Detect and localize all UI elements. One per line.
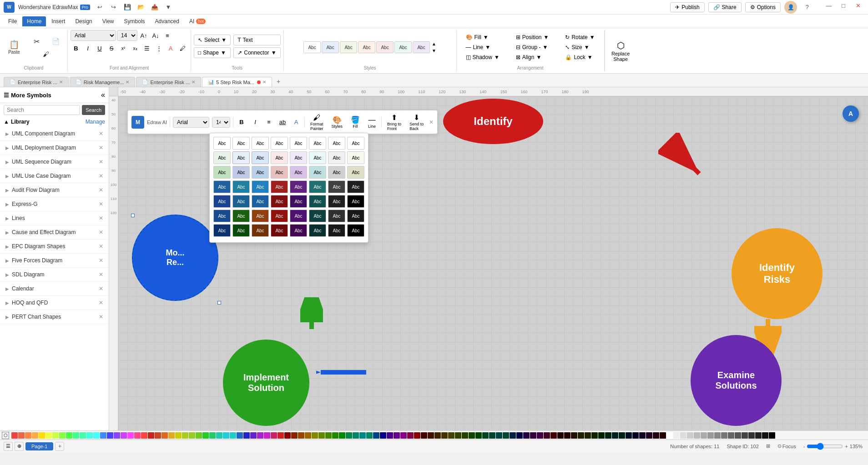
color-swatch[interactable] — [742, 432, 748, 439]
color-swatch[interactable] — [585, 432, 591, 439]
align-button[interactable]: ≡ — [162, 30, 173, 41]
paste-button[interactable]: 📋 Paste — [3, 39, 25, 56]
color-swatch[interactable] — [175, 432, 182, 439]
sg-cell-7-5[interactable]: Abc — [290, 224, 307, 237]
menu-home[interactable]: Home — [22, 16, 46, 26]
color-swatch[interactable] — [73, 432, 79, 439]
identify-shape[interactable]: Identify — [443, 99, 543, 144]
color-swatch[interactable] — [714, 432, 721, 439]
color-swatch[interactable] — [230, 432, 236, 439]
ft-fill[interactable]: 🪣 Fill — [348, 115, 363, 130]
color-swatch[interactable] — [407, 432, 414, 439]
font-increase-button[interactable]: A↑ — [138, 30, 149, 41]
color-swatch[interactable] — [161, 432, 168, 439]
sg-cell-2-5[interactable]: Abc — [290, 151, 307, 164]
sidebar-item-uml-deployment[interactable]: ▶ UML Deployment Diagram ✕ — [0, 141, 109, 155]
sg-cell-5-4[interactable]: Abc — [271, 195, 288, 208]
color-swatch[interactable] — [687, 432, 693, 439]
menu-design[interactable]: Design — [71, 16, 96, 26]
copy-button[interactable]: 📄 — [46, 35, 65, 48]
sg-cell-6-8[interactable]: Abc — [347, 210, 364, 222]
color-swatch[interactable] — [673, 432, 680, 439]
tab-close-2[interactable]: ✕ — [126, 80, 129, 85]
connector-tool-button[interactable]: ↗ Connector ▼ — [233, 47, 280, 58]
color-swatch[interactable] — [510, 432, 516, 439]
layers-button[interactable]: ⊕ — [15, 442, 24, 451]
color-swatch[interactable] — [291, 432, 298, 439]
zoom-out-button[interactable]: - — [803, 444, 805, 449]
ft-styles[interactable]: 🎨 Styles — [329, 115, 346, 130]
remove-epc[interactable]: ✕ — [99, 243, 103, 250]
color-swatch[interactable] — [400, 432, 407, 439]
indent-button[interactable]: ⋮ — [153, 43, 164, 54]
sg-cell-4-7[interactable]: Abc — [328, 180, 345, 193]
ft-underline-button[interactable]: ab — [277, 117, 288, 128]
color-swatch[interactable] — [707, 432, 714, 439]
color-swatch[interactable] — [216, 432, 222, 439]
tab-enterprise-risk-2[interactable]: 📄 Enterprise Risk ... ✕ — [136, 77, 201, 87]
sg-cell-4-2[interactable]: Abc — [232, 180, 250, 193]
font-size-select[interactable]: 14 — [117, 30, 137, 41]
sidebar-collapse-button[interactable]: « — [101, 91, 105, 99]
sg-cell-3-1[interactable]: Abc — [213, 166, 231, 179]
color-swatch[interactable] — [591, 432, 598, 439]
color-swatch[interactable] — [243, 432, 250, 439]
size-button[interactable]: ⤡ Size ▼ — [562, 43, 592, 51]
color-swatch[interactable] — [305, 432, 311, 439]
color-swatch[interactable] — [550, 432, 557, 439]
sg-cell-7-6[interactable]: Abc — [309, 224, 326, 237]
color-swatch[interactable] — [380, 432, 386, 439]
color-swatch[interactable] — [537, 432, 543, 439]
selection-handle-br[interactable] — [217, 301, 221, 305]
ft-font-select[interactable]: Arial — [173, 117, 209, 128]
color-swatch[interactable] — [469, 432, 475, 439]
text-highlight-button[interactable]: 🖊 — [177, 43, 188, 54]
ft-format-painter[interactable]: 🖌 FormatPainter — [308, 113, 326, 132]
color-swatch[interactable] — [373, 432, 379, 439]
italic-button[interactable]: I — [82, 43, 93, 54]
ft-italic-button[interactable]: I — [250, 117, 261, 128]
style-swatch-2[interactable]: Abc — [322, 41, 339, 53]
color-swatch[interactable] — [127, 432, 134, 439]
color-swatch[interactable] — [489, 432, 495, 439]
sg-cell-1-5[interactable]: Abc — [290, 137, 307, 150]
ft-bring-to-front[interactable]: ⬆ Bring toFront — [384, 112, 404, 132]
color-swatch[interactable] — [653, 432, 659, 439]
style-swatch-5[interactable]: Abc — [376, 41, 394, 53]
sidebar-item-cause-effect[interactable]: ▶ Cause and Effect Diagram ✕ — [0, 225, 109, 240]
remove-calendar[interactable]: ✕ — [99, 285, 103, 292]
color-swatch[interactable] — [441, 432, 448, 439]
user-avatar[interactable]: 👤 — [784, 1, 797, 14]
menu-advanced[interactable]: Advanced — [151, 16, 184, 26]
superscript-button[interactable]: x² — [118, 43, 129, 54]
remove-pert[interactable]: ✕ — [99, 314, 103, 320]
color-swatch[interactable] — [45, 432, 52, 439]
remove-uml-component[interactable]: ✕ — [99, 130, 103, 137]
color-swatch[interactable] — [462, 432, 468, 439]
color-swatch[interactable] — [728, 432, 734, 439]
menu-ai[interactable]: AI hot — [185, 16, 210, 26]
color-swatch[interactable] — [455, 432, 461, 439]
sg-cell-2-8[interactable]: Abc — [347, 151, 364, 164]
sidebar-item-sdl[interactable]: ▶ SDL Diagram ✕ — [0, 268, 109, 282]
sg-cell-7-4[interactable]: Abc — [271, 224, 288, 237]
sidebar-item-epc[interactable]: ▶ EPC Diagram Shapes ✕ — [0, 240, 109, 254]
canvas[interactable]: Identify Mo...Re... IdentifyRisks — [118, 96, 868, 430]
replace-shape-button[interactable]: ⬡ Replace Shape — [605, 30, 636, 71]
help-button[interactable]: ? — [801, 2, 813, 12]
color-swatch[interactable] — [257, 432, 263, 439]
shape-tool-button[interactable]: □ Shape ▼ — [194, 47, 231, 58]
sidebar-item-calendar[interactable]: ▶ Calendar ✕ — [0, 282, 109, 296]
color-swatch[interactable] — [202, 432, 209, 439]
sg-cell-2-4[interactable]: Abc — [271, 151, 288, 164]
sg-cell-3-5[interactable]: Abc — [290, 166, 307, 179]
color-swatch[interactable] — [25, 432, 31, 439]
search-button[interactable]: Search — [82, 105, 105, 115]
color-swatch[interactable] — [114, 432, 120, 439]
sg-cell-6-4[interactable]: Abc — [271, 210, 288, 222]
color-swatch[interactable] — [134, 432, 141, 439]
selection-handle-tl[interactable] — [131, 214, 135, 217]
color-swatch[interactable] — [660, 432, 666, 439]
sg-cell-6-6[interactable]: Abc — [309, 210, 326, 222]
add-tab-button[interactable]: + — [273, 76, 284, 87]
